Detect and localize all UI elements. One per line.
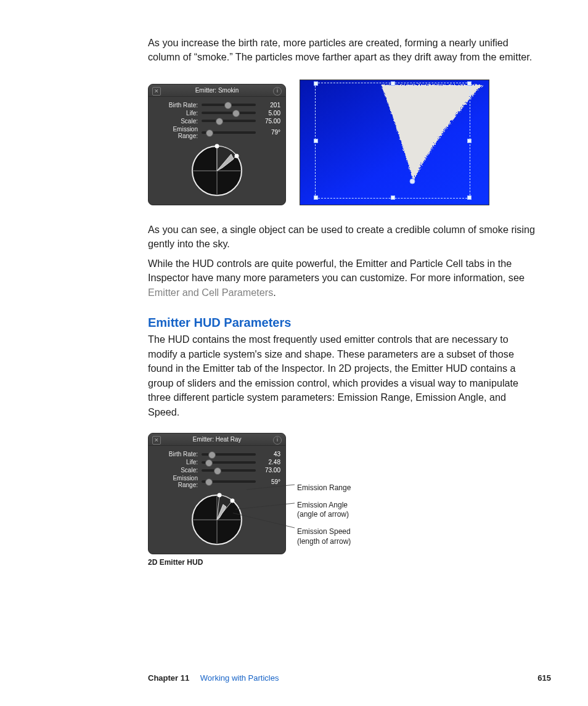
slider-knob[interactable] — [205, 459, 213, 467]
callout-labels: Emission Range Emission Angle(angle of a… — [297, 483, 351, 554]
slider-label: Emission Range: — [153, 475, 198, 488]
slider-value: 201 — [259, 102, 280, 109]
slider-track[interactable] — [202, 461, 256, 464]
paragraph: As you increase the birth rate, more par… — [148, 36, 536, 65]
page-number: 615 — [537, 673, 551, 683]
hud-title: Emitter: Smokin — [195, 87, 239, 94]
slider-track[interactable] — [202, 104, 256, 106]
slider-knob[interactable] — [208, 451, 216, 459]
text-run: While the HUD controls are quite powerfu… — [148, 258, 525, 283]
slider-track[interactable] — [202, 120, 256, 122]
svg-point-11 — [231, 499, 235, 503]
svg-point-4 — [235, 154, 239, 158]
slider-label: Scale: — [153, 118, 198, 125]
slider-track[interactable] — [202, 112, 256, 114]
svg-point-12 — [218, 493, 222, 498]
slider-value: 43 — [259, 451, 280, 458]
hud-title: Emitter: Heat Ray — [193, 436, 242, 443]
canvas-preview — [300, 80, 489, 205]
slider-value: 75.00 — [259, 118, 280, 125]
slider-track[interactable] — [202, 131, 256, 134]
text-run: . — [273, 287, 276, 298]
slider-knob[interactable] — [216, 118, 223, 125]
slider-row-emission-range: Emission Range: 59° — [153, 475, 280, 488]
info-icon[interactable]: i — [273, 87, 282, 96]
slider-knob[interactable] — [224, 102, 232, 109]
paragraph: While the HUD controls are quite powerfu… — [148, 257, 536, 300]
emission-dial-icon[interactable] — [189, 492, 245, 548]
slider-row-birthrate: Birth Rate: 43 — [153, 451, 280, 458]
slider-value: 59° — [259, 478, 280, 485]
slider-label: Emission Range: — [153, 126, 198, 139]
slider-track[interactable] — [202, 453, 256, 456]
slider-track[interactable] — [202, 480, 256, 483]
slider-value: 79° — [259, 129, 280, 136]
callout-emission-angle: Emission Angle(angle of arrow) — [297, 501, 351, 520]
slider-knob[interactable] — [206, 129, 213, 137]
slider-label: Birth Rate: — [153, 451, 198, 458]
slider-row-life: Life: 2.48 — [153, 459, 280, 466]
slider-label: Life: — [153, 110, 198, 117]
info-icon[interactable]: i — [273, 436, 282, 445]
close-icon[interactable]: ⨯ — [152, 87, 161, 96]
emitter-hud-smokin: ⨯ Emitter: Smokin i Birth Rate: 201 Life… — [148, 84, 286, 205]
slider-row-life: Life: 5.00 — [153, 110, 280, 117]
cross-reference-link[interactable]: Emitter and Cell Parameters — [148, 287, 273, 298]
slider-value: 73.00 — [259, 467, 280, 474]
figure-caption: 2D Emitter HUD — [148, 558, 536, 567]
section-heading: Emitter HUD Parameters — [148, 316, 536, 330]
slider-value: 2.48 — [259, 459, 280, 466]
slider-row-emission-range: Emission Range: 79° — [153, 126, 280, 139]
close-icon[interactable]: ⨯ — [152, 436, 161, 445]
selection-box[interactable] — [315, 83, 470, 199]
slider-label: Life: — [153, 459, 198, 466]
chapter-number: Chapter 11 — [148, 673, 189, 683]
slider-track[interactable] — [202, 469, 256, 472]
paragraph: The HUD contains the most frequently use… — [148, 332, 536, 419]
slider-row-birthrate: Birth Rate: 201 — [153, 102, 280, 109]
paragraph: As you can see, a single object can be u… — [148, 223, 536, 252]
slider-knob[interactable] — [214, 467, 221, 475]
slider-label: Birth Rate: — [153, 102, 198, 109]
slider-row-scale: Scale: 75.00 — [153, 118, 280, 125]
callout-emission-speed: Emission Speed(length of arrow) — [297, 527, 351, 546]
slider-label: Scale: — [153, 467, 198, 474]
chapter-title: Working with Particles — [200, 673, 279, 683]
figure-row-2: ⨯ Emitter: Heat Ray i Birth Rate: 43 Lif… — [148, 433, 407, 554]
slider-value: 5.00 — [259, 110, 280, 117]
emitter-hud-heatray: ⨯ Emitter: Heat Ray i Birth Rate: 43 Lif… — [148, 433, 286, 554]
page-footer: Chapter 11 Working with Particles 615 — [148, 673, 551, 683]
slider-row-scale: Scale: 73.00 — [153, 467, 280, 474]
svg-point-5 — [215, 144, 219, 148]
callout-emission-range: Emission Range — [297, 483, 351, 493]
slider-knob[interactable] — [232, 110, 240, 117]
figure-row-1: ⨯ Emitter: Smokin i Birth Rate: 201 Life… — [148, 80, 536, 205]
emission-dial-icon[interactable] — [189, 143, 245, 199]
slider-knob[interactable] — [205, 478, 213, 486]
